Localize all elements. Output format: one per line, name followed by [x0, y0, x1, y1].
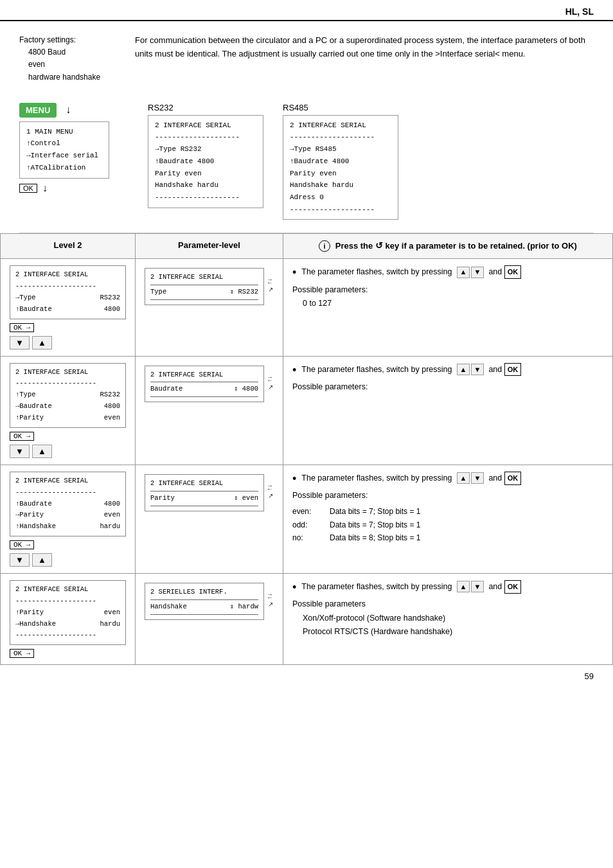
rs232-sep2: --------------------	[155, 191, 256, 204]
page-num-value: 59	[585, 671, 594, 681]
nav-arrows-0: ▼▲	[10, 336, 126, 350]
right-extra-3-0: Xon/Xoff-protocol (Software handshake)	[303, 612, 603, 625]
rs232-box: 2 INTERFACE SERIAL -------------------- …	[148, 115, 263, 208]
bullet-text-0: The parameter flashes, switch by pressin…	[301, 265, 521, 279]
down-arrow-btn-2[interactable]: ▼	[471, 472, 484, 484]
mid-title-2: 2 INTERFACE SERIAL	[150, 478, 258, 490]
nav-btn-0-0[interactable]: ▼	[10, 336, 30, 350]
rs485-line-2: Parity even	[290, 168, 391, 180]
up-arrow-btn-0[interactable]: ▲	[457, 267, 470, 278]
menu-ok[interactable]: OK	[19, 184, 37, 193]
down-arrow-btn-3[interactable]: ▼	[471, 581, 484, 592]
nav-btn-1-1[interactable]: ▲	[32, 445, 52, 458]
bullet-item-2: •The parameter flashes, switch by pressi…	[292, 472, 603, 485]
description-text: For communication between the circulator…	[135, 34, 594, 84]
table-row-3-col1: 2 INTERFACE SERIAL--------------------↑P…	[1, 574, 136, 665]
mid-line-3-0: Handshake⇕ hardw	[150, 601, 258, 613]
rs232-sep: --------------------	[155, 131, 256, 143]
param-key-2-0: even:	[292, 505, 324, 518]
ok-arrow-0: OK →	[10, 323, 126, 332]
mid-box-2: 2 INTERFACE SERIALParity⇕ even	[145, 474, 264, 511]
mid-line-0-0: Type⇕ RS232	[150, 287, 258, 298]
rs485-line-3: Handshake hardu	[290, 179, 391, 191]
mid-box-wrap-3: 2 SERIELLES INTERF.Handshake⇕ hardw	[145, 580, 264, 620]
possible-params-0: Possible parameters:0 to 127	[292, 283, 603, 311]
page-header: HL, SL	[0, 0, 613, 21]
rs485-box: 2 INTERFACE SERIAL -------------------- …	[283, 115, 398, 220]
mid-title-0: 2 INTERFACE SERIAL	[150, 272, 258, 283]
col3-header: i Press the ↺ key if a parameter is to b…	[283, 234, 613, 259]
nav-btn-1-0[interactable]: ▼	[10, 445, 30, 458]
nav-btn-2-1[interactable]: ▲	[32, 553, 52, 567]
ok-arrow-3: OK →	[10, 649, 126, 658]
factory-settings: Factory settings: 4800 Baud even hardwar…	[19, 34, 122, 84]
col2-header: Parameter-level	[136, 234, 283, 259]
ok-arrow-1: OK →	[10, 432, 126, 441]
top-section: Factory settings: 4800 Baud even hardwar…	[0, 21, 613, 96]
ok-btn-2[interactable]: OK →	[10, 540, 34, 549]
nav-arrows-1: ▼▲	[10, 445, 126, 458]
param-table-2: even:Data bits = 7; Stop bits = 1odd:Dat…	[292, 505, 603, 544]
inline-ok-1[interactable]: OK	[504, 363, 522, 376]
menu-item-2[interactable]: ↑Control	[26, 137, 102, 150]
bullet-text-2: The parameter flashes, switch by pressin…	[301, 472, 521, 485]
menu-label: MENU	[19, 103, 57, 118]
ok-btn-0[interactable]: OK →	[10, 323, 34, 332]
down-arrow-btn-1[interactable]: ▼	[471, 364, 484, 375]
menu-item-4[interactable]: ↑ATCalibration	[26, 162, 102, 174]
nav-btn-2-0[interactable]: ▼	[10, 553, 30, 567]
ok-btn-3[interactable]: OK →	[10, 649, 34, 658]
main-table: Level 2 Parameter-level i Press the ↺ ke…	[0, 233, 613, 665]
menu-item-3[interactable]: →Interface serial	[26, 150, 102, 162]
mid-line-2-0: Parity⇕ even	[150, 493, 258, 504]
mid-inner-2: 2 INTERFACE SERIALParity⇕ even↑↓↗	[145, 472, 274, 511]
ok-btn-1[interactable]: OK →	[10, 432, 34, 441]
mid-box-3: 2 SERIELLES INTERF.Handshake⇕ hardw	[145, 583, 264, 620]
left-title-2: 2 INTERFACE SERIAL	[15, 475, 120, 487]
left-title-3: 2 INTERFACE SERIAL	[15, 584, 120, 596]
rs485-title: 2 INTERFACE SERIAL	[290, 120, 391, 132]
factory-parity: even	[28, 58, 122, 71]
mid-box-0: 2 INTERFACE SERIALType⇕ RS232	[145, 268, 264, 305]
up-arrow-btn-2[interactable]: ▲	[457, 472, 470, 484]
rs232-line-1: ↑Baudrate 4800	[155, 155, 256, 168]
inline-ok-2[interactable]: OK	[504, 472, 522, 485]
info-icon: i	[319, 240, 330, 252]
down-arrow-btn-0[interactable]: ▼	[471, 267, 484, 278]
possible-params-1: Possible parameters:	[292, 380, 603, 394]
left-box-2: 2 INTERFACE SERIAL--------------------↑B…	[10, 472, 126, 536]
mid-inner-1: 2 INTERFACE SERIALBaudrate⇕ 4800↑↓↗	[145, 363, 274, 403]
param-val-2-0: Data bits = 7; Stop bits = 1	[330, 505, 420, 518]
up-arrow-btn-1[interactable]: ▲	[457, 364, 470, 375]
right-content-0: •The parameter flashes, switch by pressi…	[292, 265, 603, 310]
left-line-0-1: ↑Baudrate4800	[15, 304, 120, 315]
inline-arrows-1: ▲▼	[457, 364, 484, 375]
mid-box-wrap-2: 2 INTERFACE SERIALParity⇕ even	[145, 472, 264, 511]
table-row-3-col3: •The parameter flashes, switch by pressi…	[283, 574, 613, 665]
mid-box-wrap-1: 2 INTERFACE SERIALBaudrate⇕ 4800	[145, 363, 264, 403]
col3-key-text: key if a parameter is to be retained. (p…	[386, 241, 577, 251]
param-row-2-0: even:Data bits = 7; Stop bits = 1	[292, 505, 603, 518]
left-box-0: 2 INTERFACE SERIAL--------------------→T…	[10, 265, 126, 319]
page-number: 59	[0, 665, 613, 687]
table-row-2-col2: 2 INTERFACE SERIALParity⇕ even↑↓↗	[136, 465, 283, 573]
page-title: HL, SL	[565, 6, 594, 17]
param-key-2-1: odd:	[292, 518, 324, 531]
nav-btn-0-1[interactable]: ▲	[32, 336, 52, 350]
rs232-line-0: →Type RS232	[155, 143, 256, 155]
rotate-icon: ↺	[375, 240, 383, 251]
menu-item-1[interactable]: 1 MAIN MENU	[26, 126, 102, 138]
menu-panel: 1 MAIN MENU ↑Control →Interface serial ↑…	[19, 121, 109, 179]
left-line-2-2: ↑Handshakehardu	[15, 521, 120, 533]
left-line-0-0: →TypeRS232	[15, 292, 120, 304]
possible-label-0: Possible parameters:	[292, 285, 368, 294]
inline-ok-0[interactable]: OK	[504, 265, 522, 279]
up-arrow-btn-3[interactable]: ▲	[457, 581, 470, 592]
possible-label-3: Possible parameters	[292, 599, 366, 608]
mid-box-1: 2 INTERFACE SERIALBaudrate⇕ 4800	[145, 366, 264, 403]
menu-down-arrow: ↓	[66, 104, 71, 116]
left-title-1: 2 INTERFACE SERIAL	[15, 367, 120, 378]
inline-ok-3[interactable]: OK	[504, 580, 522, 594]
col2-arrows-2: ↑↓↗	[267, 484, 274, 499]
inline-arrows-2: ▲▼	[457, 472, 484, 484]
